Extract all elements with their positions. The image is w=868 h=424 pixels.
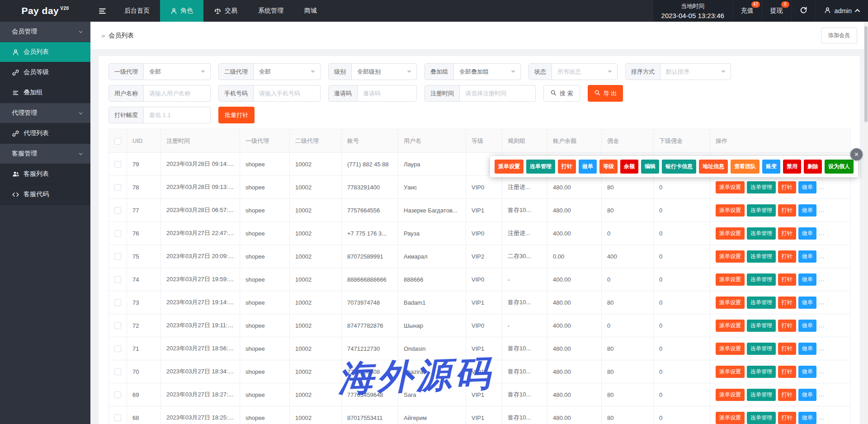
sidebar-item-member-level[interactable]: 会员等级 — [0, 62, 90, 83]
row-action-dispatch-settings[interactable]: 派单设置 — [716, 343, 745, 355]
row-action-inject[interactable]: 打针 — [778, 343, 796, 355]
admin-menu[interactable]: admin — [816, 0, 868, 22]
row-action-make-order[interactable]: 做单 — [798, 273, 816, 286]
row-checkbox[interactable] — [114, 253, 121, 260]
row-action-inject[interactable]: 打针 — [778, 273, 796, 286]
filter-select-stack-group[interactable]: 叠加组全部叠加组 — [425, 63, 521, 80]
row-action-inject[interactable]: 打针 — [778, 227, 796, 240]
row-action-chain-order-mgmt[interactable]: 连单管理 — [747, 297, 776, 309]
row-action-dispatch-settings[interactable]: 派单设置 — [716, 273, 745, 286]
row-action-make-order[interactable]: 做单 — [798, 366, 816, 378]
reg-time-input[interactable] — [460, 90, 535, 97]
sidebar-group-agent-mgmt[interactable]: 代理管理 — [0, 103, 90, 123]
row-checkbox[interactable] — [114, 368, 121, 375]
more-actions[interactable]: ... — [819, 230, 825, 236]
row-action-inject[interactable]: 打针 — [778, 204, 796, 217]
row-action-make-order[interactable]: 做单 — [798, 320, 816, 332]
more-actions[interactable]: ... — [819, 368, 825, 375]
row-action-chain-order-mgmt[interactable]: 连单管理 — [747, 412, 776, 424]
more-actions[interactable]: ... — [819, 414, 825, 421]
more-actions[interactable]: ... — [819, 391, 825, 398]
row-action-chain-order-mgmt[interactable]: 连单管理 — [747, 250, 776, 263]
row-action-dispatch-settings[interactable]: 派单设置 — [716, 412, 745, 424]
row-checkbox[interactable] — [114, 345, 121, 352]
row-action-dispatch-settings[interactable]: 派单设置 — [716, 181, 745, 193]
popup-action-edit[interactable]: 编辑 — [641, 160, 659, 174]
nav-item-dashboard[interactable]: 后台首页 — [114, 0, 160, 22]
row-action-inject[interactable]: 打针 — [778, 366, 796, 378]
row-action-make-order[interactable]: 做单 — [798, 250, 816, 263]
row-action-make-order[interactable]: 做单 — [798, 343, 816, 355]
row-action-dispatch-settings[interactable]: 派单设置 — [716, 297, 745, 309]
popup-action-level[interactable]: 等级 — [599, 160, 618, 174]
sidebar-item-member-list[interactable]: 会员列表 — [0, 42, 90, 62]
row-action-inject[interactable]: 打针 — [778, 320, 796, 332]
row-action-inject[interactable]: 打针 — [778, 181, 796, 193]
row-action-chain-order-mgmt[interactable]: 连单管理 — [747, 320, 776, 332]
popup-action-account-change[interactable]: 账变 — [762, 160, 780, 174]
row-action-make-order[interactable]: 做单 — [798, 227, 816, 240]
refresh-button[interactable] — [791, 0, 816, 22]
nav-item-mall[interactable]: 商城 — [294, 0, 327, 22]
sidebar-group-member-mgmt[interactable]: 会员管理 — [0, 22, 90, 42]
more-actions[interactable]: ... — [819, 299, 825, 306]
sidebar-group-service-mgmt[interactable]: 客服管理 — [0, 144, 90, 164]
export-button[interactable]: 导 出 — [588, 85, 623, 102]
more-actions[interactable]: ... — [819, 345, 825, 352]
sidebar-item-service-code[interactable]: 客服代码 — [0, 184, 90, 205]
filter-select-sort[interactable]: 排序方式默认排序 — [625, 63, 731, 80]
nav-item-system[interactable]: 系统管理 — [248, 0, 294, 22]
add-member-button[interactable]: 添加会员 — [821, 28, 857, 43]
sidebar-item-agent-list[interactable]: 代理列表 — [0, 123, 90, 144]
invite-code-input[interactable] — [358, 90, 416, 97]
popup-action-bank-info[interactable]: 银行卡信息 — [662, 160, 696, 174]
close-icon[interactable]: × — [850, 148, 863, 160]
inject-range-input[interactable] — [144, 112, 210, 118]
row-checkbox[interactable] — [114, 184, 121, 191]
more-actions[interactable]: ... — [819, 253, 825, 259]
row-checkbox[interactable] — [114, 391, 121, 398]
popup-action-inject[interactable]: 打针 — [558, 160, 576, 174]
row-action-chain-order-mgmt[interactable]: 连单管理 — [747, 389, 776, 401]
sidebar-item-service-list[interactable]: 客服列表 — [0, 164, 90, 184]
row-action-chain-order-mgmt[interactable]: 连单管理 — [747, 273, 776, 286]
row-action-make-order[interactable]: 做单 — [798, 389, 816, 401]
popup-action-dispatch-settings[interactable]: 派单设置 — [495, 160, 524, 174]
search-button[interactable]: 搜 索 — [543, 85, 580, 102]
sidebar-item-stack-group[interactable]: 叠加组 — [0, 83, 90, 103]
row-action-dispatch-settings[interactable]: 派单设置 — [716, 227, 745, 240]
row-action-make-order[interactable]: 做单 — [798, 297, 816, 309]
nav-item-trade[interactable]: 交易 — [203, 0, 248, 22]
row-action-chain-order-mgmt[interactable]: 连单管理 — [747, 181, 776, 193]
popup-action-disable[interactable]: 禁用 — [783, 160, 801, 174]
row-action-dispatch-settings[interactable]: 派单设置 — [716, 320, 745, 332]
row-checkbox[interactable] — [114, 207, 121, 214]
row-checkbox[interactable] — [114, 322, 121, 329]
row-action-dispatch-settings[interactable]: 派单设置 — [716, 250, 745, 263]
popup-action-set-fake[interactable]: 设为假人 — [825, 160, 854, 174]
row-action-chain-order-mgmt[interactable]: 连单管理 — [747, 227, 776, 240]
popup-action-delete[interactable]: 删除 — [804, 160, 822, 174]
recharge-button[interactable]: 充值 47 — [732, 0, 762, 22]
row-action-inject[interactable]: 打针 — [778, 389, 796, 401]
scrollbar-thumb[interactable] — [864, 26, 868, 122]
row-action-chain-order-mgmt[interactable]: 连单管理 — [747, 204, 776, 217]
row-checkbox[interactable] — [114, 276, 121, 283]
filter-select-status[interactable]: 状态所有状态 — [528, 63, 618, 80]
popup-action-balance[interactable]: 余额 — [620, 160, 638, 174]
popup-action-address-info[interactable]: 地址信息 — [699, 160, 728, 174]
select-all-checkbox[interactable] — [114, 138, 121, 145]
row-checkbox[interactable] — [114, 415, 121, 421]
popup-action-make-order[interactable]: 做单 — [579, 160, 597, 174]
row-checkbox[interactable] — [114, 161, 121, 168]
row-action-chain-order-mgmt[interactable]: 连单管理 — [747, 366, 776, 378]
row-action-inject[interactable]: 打针 — [778, 297, 796, 309]
row-action-inject[interactable]: 打针 — [778, 250, 796, 263]
row-action-inject[interactable]: 打针 — [778, 412, 796, 424]
row-action-make-order[interactable]: 做单 — [798, 204, 816, 217]
phone-input[interactable] — [254, 90, 320, 97]
row-action-dispatch-settings[interactable]: 派单设置 — [716, 389, 745, 401]
filter-select-level[interactable]: 级别全部级别 — [328, 63, 417, 80]
row-action-make-order[interactable]: 做单 — [798, 181, 816, 193]
more-actions[interactable]: ... — [819, 322, 825, 329]
